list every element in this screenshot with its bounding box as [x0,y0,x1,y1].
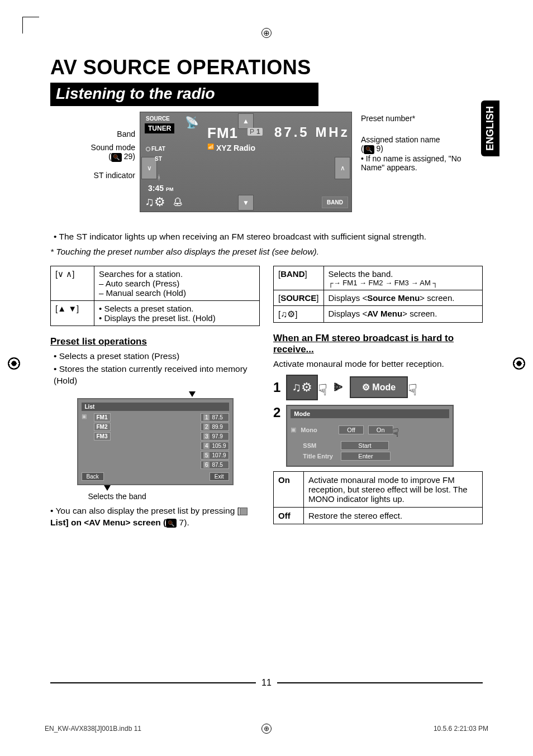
st-note: The ST indicator lights up when receivin… [54,231,483,243]
preset-number-badge[interactable]: P 1 [248,128,263,136]
on-off-table: On Activate monaural mode to improve FM … [273,471,483,524]
registration-mark-top: ⊕ [261,28,272,38]
on-key: On [274,471,304,507]
band-display: FM1 [207,125,238,142]
frequency-display: 87.5 MHz [274,125,350,140]
callout-sound-mode-label: Sound mode [91,143,135,152]
also-text-1: You can also display the preset list by … [55,506,239,515]
off-desc: Restore the stereo effect. [304,507,483,524]
asterisk-note: * Touching the preset number also displa… [50,246,483,258]
callout-st-indicator: ST indicator [46,171,135,180]
preset-exit-button[interactable]: Exit [210,472,229,481]
clock-display: 3:45 PM [148,184,173,193]
step-1: 1 ♫⚙ ☟ ⫸ ⚙ Mode ☟ [273,375,483,400]
preset-list-title: List [82,403,229,411]
preset-bullet-1: Selects a preset station (Press) [54,351,260,362]
hand-pointer-icon: ☟ [392,426,399,439]
key-band-btn: [BAND] [274,266,324,290]
off-key: Off [274,507,304,524]
mono-on-button[interactable]: On [368,425,393,434]
sound-mode-badge: FLAT [146,146,165,152]
footer-filename: EN_KW-AVX838[J]001B.indb 11 [45,725,141,733]
band-fm2[interactable]: FM2 [94,423,111,431]
desc-preset-l1: Selects a preset station. [104,304,193,313]
hand-pointer-icon: ☟ [318,381,327,399]
title-entry-label: Title Entry [303,453,336,460]
band-fm1[interactable]: FM1 [94,413,111,422]
ssm-start-button[interactable]: Start [341,441,388,450]
fm-hard-heading: When an FM stereo broadcast is hard to r… [273,333,483,355]
mode-panel-title: Mode [291,409,449,418]
desc-band-l1: Selects the band. [329,269,478,279]
nav-up-button[interactable]: ▲ [238,113,254,129]
tuner-screen-illustration: Band Sound mode ( 29) ST indicator Prese… [50,112,483,223]
desc-seek: Searches for a station. – Auto search (P… [94,266,260,300]
callout-assigned-name-label: Assigned station name [361,135,440,144]
registration-mark-left [8,357,20,370]
page-number: 11 [261,678,272,688]
title-enter-button[interactable]: Enter [341,452,390,461]
arrow-right-icon: ⫸ [333,381,344,394]
st-indicator-badge: ST [155,156,162,162]
scroll-icon: ▣ [291,426,296,433]
av-menu-button[interactable]: ♫⚙ [286,375,318,400]
preset-list-graphic: List ▣ FM1 FM2 FM3 187.5 289.9 397.9 410 [77,391,234,501]
band-fm3[interactable]: FM3 [94,432,111,441]
desc-preset: • Selects a preset station. • Displays t… [94,300,260,326]
preset-band-list[interactable]: FM1 FM2 FM3 [94,413,111,470]
key-preset: [▲ ▼] [51,300,94,326]
preset-list-heading: Preset list operations [50,336,260,347]
key-av-menu-icon: [♫⚙] [274,305,324,322]
av-menu-icons[interactable]: ♫⚙ 🕭 [145,195,184,209]
preset-freq-list[interactable]: 187.5 289.9 397.9 4105.9 5107.9 687.5 [201,413,229,470]
mono-off-button[interactable]: Off [339,425,363,434]
on-desc: Activate monaural mode to improve FM rec… [304,471,483,507]
desc-seek-l1: Searches for a station. [99,269,255,279]
callout-preset-number: Preset number* [361,114,478,123]
callout-assigned-ref: 9) [377,144,383,153]
page-ref-icon [364,145,374,154]
callout-band: Band [46,130,135,138]
body-notes: The ST indicator lights up when receivin… [50,231,483,258]
antenna-icon: 📡 [185,116,199,129]
tuner-badge: TUNER [145,123,174,133]
also-ref: 7). [179,518,189,527]
registration-mark-right [513,357,525,370]
key-source-btn: [SOURCE] [274,290,324,305]
band-button[interactable]: BAND [322,197,348,208]
signal-icon: 📶 [207,143,214,150]
hand-pointer-icon: ☟ [408,381,417,399]
mono-label: Mono [301,427,334,433]
station-name: XYZ Radio [216,143,255,152]
section-header: Listening to the radio [50,83,318,106]
also-text-2: List] on <AV Menu> screen ( [50,518,166,527]
bluetooth-icon: ᚼ [157,174,161,181]
page-number-area: 11 [50,678,483,688]
desc-source-btn: Displays <Source Menu> screen. [323,290,482,305]
nav-next-button[interactable]: ∧ [335,157,350,179]
step-2-number: 2 [273,405,280,420]
callout-no-name: If no name is assigned, "No Name" appear… [361,154,461,172]
selects-band-caption: Selects the band [88,492,234,501]
arrow-down-icon [189,391,196,397]
clock-time: 3:45 [148,184,164,193]
crop-mark [22,17,39,34]
desc-preset-l2: Displays the preset list. (Hold) [104,313,215,323]
preset-also-note: • You can also display the preset list b… [50,505,260,529]
preset-list-bullets: Selects a preset station (Press) Stores … [50,351,260,387]
asterisk-note-text: Touching the preset number also displays… [56,247,319,256]
mode-button[interactable]: ⚙ Mode [350,376,408,398]
scroll-up-icon[interactable]: ▣ [82,413,89,470]
page-title: AV SOURCE OPERATIONS [50,56,483,79]
left-controls-table: [∨ ∧] Searches for a station. – Auto sea… [50,266,260,326]
list-icon [240,508,248,515]
desc-seek-l3: – Manual search (Hold) [99,288,255,298]
preset-number-value: 1 [256,128,260,136]
step-2: 2 Mode ▣ Mono Off On ☟ SSM Start [273,405,483,467]
page-ref-icon [111,153,122,162]
mode-panel: Mode ▣ Mono Off On ☟ SSM Start [286,405,454,467]
preset-back-button[interactable]: Back [82,472,104,481]
band-cycle: ┌→ FM1 → FM2 → FM3 → AM ┐ [329,279,478,287]
nav-down-button[interactable]: ▼ [238,195,254,210]
preset-bullet-2: Stores the station currently received in… [54,363,260,387]
